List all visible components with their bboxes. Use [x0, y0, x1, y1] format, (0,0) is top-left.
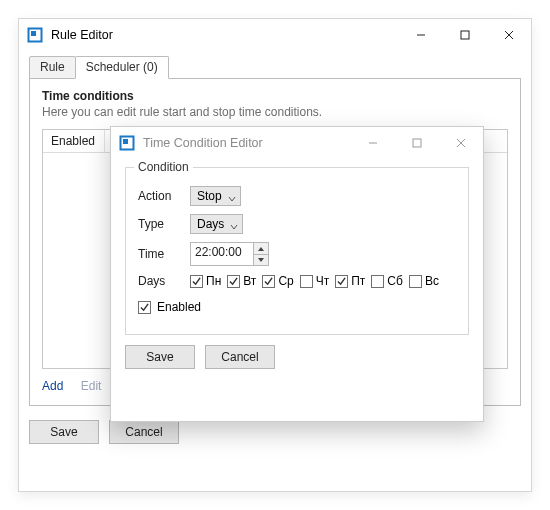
day-0: Пн [190, 274, 221, 288]
time-spinner [254, 242, 269, 266]
window-title: Rule Editor [51, 28, 399, 42]
day-checkbox[interactable] [335, 275, 348, 288]
edit-link[interactable]: Edit [81, 379, 102, 393]
day-checkbox[interactable] [227, 275, 240, 288]
day-label: Пт [351, 274, 365, 288]
day-label: Чт [316, 274, 330, 288]
time-condition-dialog: Time Condition Editor Condition Action S… [110, 126, 484, 422]
section-description: Here you can edit rule start and stop ti… [42, 105, 508, 119]
day-5: Сб [371, 274, 403, 288]
time-input[interactable]: 22:00:00 [190, 242, 254, 266]
type-select[interactable]: Days [190, 214, 243, 234]
dialog-save-button[interactable]: Save [125, 345, 195, 369]
maximize-button[interactable] [395, 127, 439, 159]
minimize-button[interactable] [351, 127, 395, 159]
maximize-button[interactable] [443, 19, 487, 51]
enabled-checkbox[interactable] [138, 301, 151, 314]
action-select[interactable]: Stop [190, 186, 241, 206]
app-icon [27, 27, 43, 43]
close-button[interactable] [487, 19, 531, 51]
day-checkbox[interactable] [262, 275, 275, 288]
action-label: Action [138, 189, 190, 203]
dialog-titlebar: Time Condition Editor [111, 127, 483, 159]
svg-rect-1 [31, 31, 36, 36]
day-2: Ср [262, 274, 293, 288]
day-checkbox[interactable] [300, 275, 313, 288]
close-button[interactable] [439, 127, 483, 159]
day-checkbox[interactable] [409, 275, 422, 288]
days-label: Days [138, 274, 190, 288]
day-label: Вс [425, 274, 439, 288]
type-value: Days [197, 217, 224, 231]
main-button-row: Save Cancel [29, 420, 521, 444]
enabled-label: Enabled [157, 300, 201, 314]
tab-label: Rule [40, 60, 65, 74]
svg-rect-5 [413, 139, 421, 147]
time-label: Time [138, 247, 190, 261]
day-label: Вт [243, 274, 256, 288]
day-label: Сб [387, 274, 403, 288]
spin-up[interactable] [254, 243, 268, 254]
dialog-title: Time Condition Editor [143, 136, 351, 150]
day-label: Пн [206, 274, 221, 288]
dialog-cancel-button[interactable]: Cancel [205, 345, 275, 369]
column-enabled[interactable]: Enabled [43, 130, 105, 152]
tab-rule[interactable]: Rule [29, 56, 76, 79]
day-checkbox[interactable] [190, 275, 203, 288]
day-4: Пт [335, 274, 365, 288]
svg-rect-4 [123, 139, 128, 144]
save-button[interactable]: Save [29, 420, 99, 444]
chevron-down-icon [230, 220, 238, 228]
add-link[interactable]: Add [42, 379, 63, 393]
action-value: Stop [197, 189, 222, 203]
group-legend: Condition [134, 160, 193, 174]
minimize-button[interactable] [399, 19, 443, 51]
window-controls [399, 19, 531, 51]
day-3: Чт [300, 274, 330, 288]
svg-rect-2 [461, 31, 469, 39]
tabstrip: Rule Scheduler (0) [29, 57, 521, 79]
cancel-button[interactable]: Cancel [109, 420, 179, 444]
spin-down[interactable] [254, 254, 268, 265]
condition-group: Condition Action Stop Type Days [125, 167, 469, 335]
dialog-button-row: Save Cancel [125, 345, 469, 369]
section-title: Time conditions [42, 89, 508, 103]
dialog-window-controls [351, 127, 483, 159]
app-icon [119, 135, 135, 151]
tab-label: Scheduler (0) [86, 60, 158, 74]
chevron-down-icon [228, 192, 236, 200]
tab-scheduler[interactable]: Scheduler (0) [75, 56, 169, 79]
type-label: Type [138, 217, 190, 231]
day-checkbox[interactable] [371, 275, 384, 288]
titlebar: Rule Editor [19, 19, 531, 51]
day-1: Вт [227, 274, 256, 288]
day-label: Ср [278, 274, 293, 288]
day-6: Вс [409, 274, 439, 288]
time-field: 22:00:00 [190, 242, 269, 266]
days-row: ПнВтСрЧтПтСбВс [190, 274, 439, 288]
